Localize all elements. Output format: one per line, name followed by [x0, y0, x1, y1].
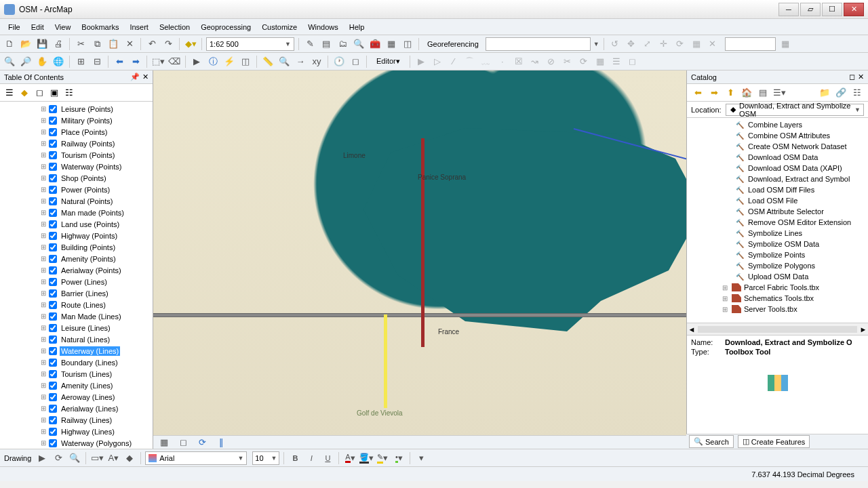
layer-item[interactable]: ⊞Building (Points): [0, 241, 153, 253]
layer-checkbox[interactable]: [49, 255, 57, 263]
fixed-zoom-in-icon[interactable]: ⊞: [74, 55, 87, 68]
underline-icon[interactable]: U: [321, 451, 334, 465]
search-icon[interactable]: 🔍: [352, 37, 366, 51]
close-button[interactable]: ✕: [844, 3, 864, 16]
layer-item[interactable]: ⊞Natural (Lines): [0, 333, 153, 345]
layer-item[interactable]: ⊞Leisure (Points): [0, 103, 153, 115]
layer-item[interactable]: ⊞Boundary (Lines): [0, 357, 153, 368]
refresh-icon[interactable]: ⟳: [195, 436, 209, 449]
layer-checkbox[interactable]: [49, 243, 57, 251]
layer-checkbox[interactable]: [49, 197, 57, 205]
catalog-toolbox[interactable]: ⊞Server Tools.tbx: [687, 304, 868, 314]
layout-view-icon[interactable]: ◻: [176, 436, 190, 449]
layer-checkbox[interactable]: [49, 382, 57, 390]
layer-item[interactable]: ⊞Land use (Points): [0, 218, 153, 230]
georef-auto-icon[interactable]: ⟳: [673, 37, 687, 51]
close-icon[interactable]: ✕: [858, 73, 864, 81]
cut-poly-icon[interactable]: ⊘: [545, 55, 558, 68]
layer-item[interactable]: ⊞Military (Points): [0, 115, 153, 126]
catalog-toolbox[interactable]: ⊞Schematics Tools.tbx: [687, 293, 868, 304]
copy-icon[interactable]: ⧉: [90, 37, 104, 51]
data-view-icon[interactable]: ▦: [157, 436, 171, 449]
fill-color-icon[interactable]: 🪣▾: [359, 451, 373, 465]
layer-item[interactable]: ⊞Power (Points): [0, 184, 153, 195]
attributes-icon[interactable]: ▦: [593, 55, 607, 68]
find-icon[interactable]: 🔍: [277, 55, 291, 68]
layer-item[interactable]: ⊞Barrier (Lines): [0, 287, 153, 299]
select-features-icon[interactable]: ⬚▾: [151, 55, 165, 68]
layer-checkbox[interactable]: [49, 324, 57, 332]
create-features-tab[interactable]: ◫Create Features: [738, 435, 810, 448]
layer-checkbox[interactable]: [49, 128, 57, 136]
layer-checkbox[interactable]: [49, 370, 57, 378]
catalog-tool[interactable]: Create OSM Network Dataset: [687, 141, 868, 152]
find-route-icon[interactable]: →: [294, 55, 307, 68]
forward-icon[interactable]: ➡: [707, 86, 721, 100]
python-icon[interactable]: ▦: [384, 37, 398, 51]
menu-customize[interactable]: Customize: [256, 20, 302, 34]
overflow-icon[interactable]: ▾: [414, 451, 428, 465]
georef-shift-icon[interactable]: ✥: [625, 37, 638, 51]
bold-icon[interactable]: B: [288, 451, 302, 465]
new-doc-icon[interactable]: 🗋: [3, 37, 16, 51]
drawing-label[interactable]: Drawing: [4, 454, 31, 462]
catalog-tool[interactable]: Load OSM File: [687, 195, 868, 206]
location-selector[interactable]: ◆Download, Extract and Symbolize OSM ▼: [726, 104, 864, 116]
georef-options-icon[interactable]: ▦: [778, 37, 792, 51]
layer-list[interactable]: ⊞Leisure (Points)⊞Military (Points)⊞Plac…: [0, 102, 153, 449]
select-elements-icon[interactable]: ▶: [190, 55, 203, 68]
h-scrollbar[interactable]: ◄ ►: [687, 323, 868, 335]
georef-label[interactable]: Georeferencing: [423, 39, 483, 49]
save-icon[interactable]: 💾: [35, 37, 49, 51]
open-icon[interactable]: 📂: [19, 37, 33, 51]
layer-checkbox[interactable]: [49, 186, 57, 194]
layer-checkbox[interactable]: [49, 174, 57, 182]
layer-checkbox[interactable]: [49, 301, 57, 309]
paste-icon[interactable]: 📋: [106, 37, 120, 51]
menu-edit[interactable]: Edit: [26, 20, 50, 34]
up-icon[interactable]: ⬆: [724, 86, 737, 100]
toc-icon[interactable]: ▤: [319, 37, 333, 51]
layer-checkbox[interactable]: [49, 105, 57, 113]
sketch-props-icon[interactable]: ☰: [610, 55, 623, 68]
catalog-tool[interactable]: Combine Layers: [687, 119, 868, 130]
reshape-icon[interactable]: ↝: [528, 55, 542, 68]
dock-icon[interactable]: ◻: [849, 73, 855, 81]
list-by-source-icon[interactable]: ◆: [19, 87, 30, 98]
layer-checkbox[interactable]: [49, 428, 57, 436]
create-features-icon[interactable]: ◻: [626, 55, 639, 68]
zoom-out-icon[interactable]: 🔎: [19, 55, 33, 68]
identify-icon[interactable]: ⓘ: [206, 55, 220, 68]
layer-checkbox[interactable]: [49, 359, 57, 367]
font-color-icon[interactable]: A▾: [343, 451, 357, 465]
layer-item[interactable]: ⊞Railway (Lines): [0, 414, 153, 426]
trace-icon[interactable]: ﹏: [479, 55, 493, 68]
layer-item[interactable]: ⊞Leisure (Lines): [0, 322, 153, 333]
georef-rotate-icon[interactable]: ↺: [608, 37, 622, 51]
layer-checkbox[interactable]: [49, 289, 57, 298]
layer-item[interactable]: ⊞Waterway (Polygons): [0, 437, 153, 449]
point-icon[interactable]: ·: [496, 55, 509, 68]
layer-checkbox[interactable]: [49, 232, 57, 240]
marker-color-icon[interactable]: •▾: [392, 451, 406, 465]
georef-point-icon[interactable]: ✛: [657, 37, 671, 51]
layer-item[interactable]: ⊞Man made (Points): [0, 207, 153, 218]
rotate-icon[interactable]: ⟳: [52, 451, 65, 465]
clear-selection-icon[interactable]: ⌫: [167, 55, 181, 68]
measure-icon[interactable]: 📏: [261, 55, 275, 68]
create-viewer-icon[interactable]: ◻: [349, 55, 362, 68]
straight-segment-icon[interactable]: ∕: [447, 55, 460, 68]
layer-item[interactable]: ⊞Aerialway (Lines): [0, 403, 153, 414]
layer-item[interactable]: ⊞Man Made (Lines): [0, 310, 153, 322]
layer-item[interactable]: ⊞Waterway (Lines): [0, 345, 153, 357]
cut-icon[interactable]: ✂: [74, 37, 87, 51]
layer-item[interactable]: ⊞Power (Lines): [0, 276, 153, 287]
toc-options-icon[interactable]: ☷: [64, 87, 75, 98]
chevron-down-icon[interactable]: ▼: [593, 41, 599, 47]
catalog-tree[interactable]: Combine LayersCombine OSM AttributesCrea…: [687, 118, 868, 323]
menu-file[interactable]: File: [3, 20, 26, 34]
rectangle-icon[interactable]: ▭▾: [90, 451, 104, 465]
close-icon[interactable]: ✕: [142, 73, 149, 81]
menu-selection[interactable]: Selection: [154, 20, 195, 34]
list-by-selection-icon[interactable]: ▣: [49, 87, 60, 98]
